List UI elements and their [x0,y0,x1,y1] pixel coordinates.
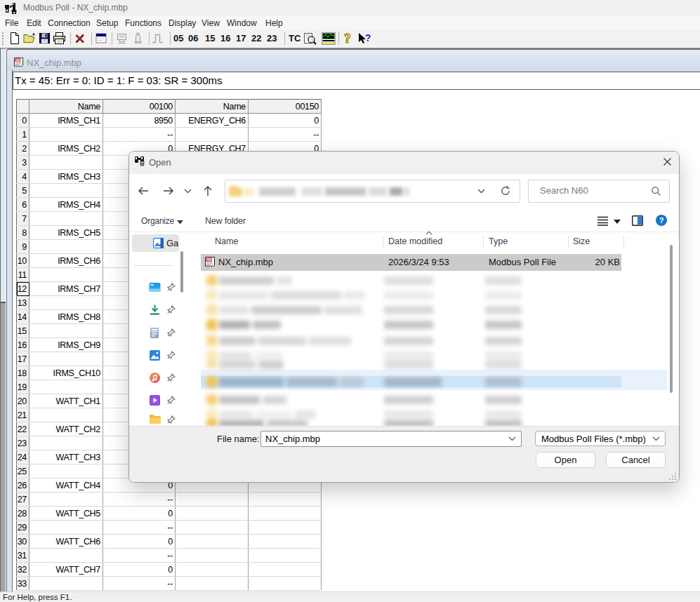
svg-text:DOC: DOC [15,59,21,62]
svg-text:?: ? [365,32,371,44]
svg-text:?: ? [344,32,351,45]
svg-text:DOC: DOC [206,259,212,262]
svg-text:?: ? [659,216,664,225]
